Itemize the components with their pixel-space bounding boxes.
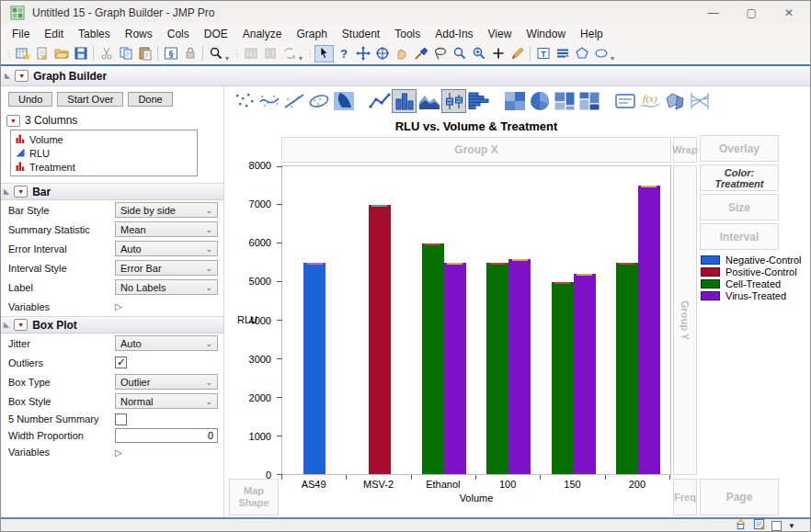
bar-cell-treated[interactable]: [422, 243, 444, 474]
bar-virus-treated[interactable]: [508, 259, 531, 475]
journal-window-icon[interactable]: [753, 517, 765, 532]
zoom-in-tool-icon[interactable]: [469, 45, 488, 62]
text-box-tool-icon[interactable]: T: [533, 45, 553, 62]
mosaic-element-icon[interactable]: [577, 89, 601, 113]
status-dropdown-icon[interactable]: ▼: [788, 522, 795, 530]
menu-analyze[interactable]: Analyze: [235, 27, 290, 41]
crosshair-tool-icon[interactable]: [372, 45, 392, 62]
toolbar-overflow-icon[interactable]: ▾: [611, 54, 614, 64]
x-axis[interactable]: AS49MSV-2Ethanol100150200: [281, 479, 671, 491]
collapse-triangle-icon[interactable]: ◢: [3, 322, 11, 327]
wrap-zone[interactable]: Wrap: [673, 137, 697, 163]
bar-virus-treated[interactable]: [574, 274, 596, 474]
menu-addins[interactable]: Add-Ins: [428, 27, 480, 41]
maximize-button[interactable]: ▢: [747, 6, 757, 19]
menu-rows[interactable]: Rows: [118, 27, 160, 41]
bar-menu-button[interactable]: [14, 186, 28, 198]
menu-doe[interactable]: DOE: [197, 27, 235, 41]
new-journal-icon[interactable]: [32, 45, 51, 62]
bar-style-select[interactable]: Side by side⌄: [115, 202, 218, 218]
width-proportion-input[interactable]: [115, 428, 218, 443]
paste-icon[interactable]: [135, 45, 154, 62]
done-button[interactable]: Done: [128, 92, 172, 107]
label-select[interactable]: No Labels⌄: [115, 279, 218, 295]
caption-box-element-icon[interactable]: [612, 89, 637, 113]
map-shape-zone[interactable]: Map Shape: [229, 479, 279, 515]
home-window-icon[interactable]: [735, 517, 747, 532]
legend-item-virus-treated[interactable]: Virus-Treated: [701, 289, 802, 301]
collapse-triangle-icon[interactable]: ◢: [4, 73, 12, 78]
freq-zone[interactable]: Freq: [673, 479, 697, 515]
column-item-treatment[interactable]: Treatment: [11, 160, 197, 174]
five-number-summary-checkbox[interactable]: [115, 413, 127, 425]
bar-cell-treated[interactable]: [552, 282, 574, 474]
open-icon[interactable]: [51, 45, 71, 62]
oval-tool-icon[interactable]: [591, 45, 611, 62]
column-item-rlu[interactable]: RLU: [11, 146, 197, 160]
plus-tool-icon[interactable]: [488, 45, 508, 62]
hand-tool-icon[interactable]: [392, 45, 411, 62]
menu-cols[interactable]: Cols: [160, 27, 197, 41]
save-icon[interactable]: [71, 45, 90, 62]
polygon-tool-icon[interactable]: [572, 45, 591, 62]
jitter-select[interactable]: Auto⌄: [115, 335, 218, 351]
line-element-icon[interactable]: [367, 89, 392, 113]
collapse-triangle-icon[interactable]: ◢: [3, 188, 11, 194]
plot-area[interactable]: [281, 165, 671, 475]
menu-file[interactable]: File: [5, 27, 37, 41]
heatmap-element-icon[interactable]: [502, 89, 527, 113]
treemap-element-icon[interactable]: [552, 89, 577, 113]
overlay-zone[interactable]: Overlay: [700, 135, 779, 162]
arrow-tool-icon[interactable]: [314, 45, 334, 62]
start-over-button[interactable]: Start Over: [57, 92, 123, 107]
brush-tool-icon[interactable]: [411, 45, 430, 62]
bar-virus-treated[interactable]: [444, 263, 466, 474]
data-table-script-icon[interactable]: §: [161, 45, 180, 62]
points-element-icon[interactable]: [232, 89, 257, 113]
menu-student[interactable]: Student: [335, 27, 387, 41]
lasso-tool-icon[interactable]: [430, 45, 450, 62]
line-of-fit-element-icon[interactable]: [281, 89, 306, 113]
parallel-plot-element-icon[interactable]: [687, 89, 712, 113]
legend-item-negative-control[interactable]: Negative-Control: [701, 254, 802, 266]
box-plot-menu-button[interactable]: [14, 319, 28, 331]
bar-cell-treated[interactable]: [486, 263, 508, 474]
undo-button[interactable]: Undo: [8, 92, 52, 107]
group-x-zone[interactable]: Group X: [281, 137, 671, 163]
summary-statistic-select[interactable]: Mean⌄: [115, 221, 218, 237]
bar-negative-control[interactable]: [303, 263, 326, 474]
error-interval-select[interactable]: Auto⌄: [115, 241, 218, 256]
toolbar-overflow-icon[interactable]: ▾: [225, 54, 229, 64]
legend-item-cell-treated[interactable]: Cell-Treated: [701, 277, 802, 289]
interval-style-select[interactable]: Error Bar⌄: [115, 260, 218, 276]
legend-item-positive-control[interactable]: Positive-Control: [701, 266, 802, 277]
menu-tools[interactable]: Tools: [387, 27, 428, 41]
lines-tool-icon[interactable]: [553, 45, 572, 62]
outliers-checkbox[interactable]: [115, 357, 127, 368]
box-variables-disclosure-icon[interactable]: ▷: [115, 447, 122, 458]
histogram-element-icon[interactable]: [466, 89, 491, 113]
group-y-zone[interactable]: Group Y: [673, 165, 697, 475]
area-element-icon[interactable]: [417, 89, 441, 113]
size-zone[interactable]: Size: [700, 194, 779, 221]
toolbar-overflow-icon[interactable]: ▾: [299, 54, 303, 64]
box-style-select[interactable]: Normal⌄: [115, 393, 218, 409]
help-tool-icon[interactable]: ?: [334, 45, 353, 62]
menu-view[interactable]: View: [481, 27, 520, 41]
new-data-table-icon[interactable]: [13, 45, 32, 62]
pencil-tool-icon[interactable]: [508, 45, 527, 62]
menu-edit[interactable]: Edit: [37, 27, 71, 41]
columns-menu-button[interactable]: [6, 115, 20, 127]
map-shapes-element-icon[interactable]: [662, 89, 687, 113]
close-button[interactable]: ✕: [784, 6, 794, 19]
copy-icon[interactable]: [116, 45, 135, 62]
formula-element-icon[interactable]: f(x): [637, 89, 662, 113]
bar-element-icon[interactable]: [392, 89, 417, 113]
column-item-volume[interactable]: Volume: [11, 132, 197, 146]
magnifier-tool-icon[interactable]: [450, 45, 469, 62]
menu-graph[interactable]: Graph: [289, 27, 334, 41]
bar-variables-disclosure-icon[interactable]: ▷: [115, 301, 122, 311]
menu-help[interactable]: Help: [573, 27, 611, 41]
bar-virus-treated[interactable]: [638, 186, 660, 474]
contour-element-icon[interactable]: [331, 89, 356, 113]
